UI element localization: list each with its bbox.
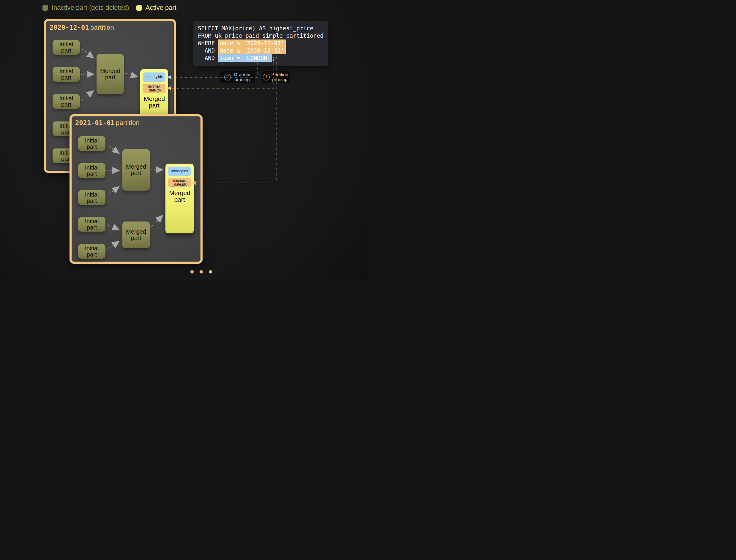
merged-part-active-label: Merged part: [165, 190, 194, 203]
minmax-date-idx-pill: minmax _date.idx: [143, 84, 165, 93]
carousel-dot-3[interactable]: [209, 270, 212, 273]
date-lte-highlight: date ≤ '2020-12-31': [218, 47, 286, 54]
primary-idx-pill: primary.idx: [168, 167, 191, 176]
sql-line-from: FROM uk_price_paid_simple_partitioned: [198, 32, 323, 39]
partition-2-title: 2021-01-01 partition: [75, 119, 140, 127]
diagram-page: Inactive part (gets deleted) Active part…: [0, 0, 368, 280]
sql-line-where: WHERE date ≥ '2020-12-01': [198, 39, 323, 47]
inactive-part-swatch: [42, 5, 48, 11]
carousel-dot-1[interactable]: [190, 270, 194, 273]
legend-inactive-label: Inactive part (gets deleted): [52, 4, 129, 12]
initial-part: Initial part: [78, 217, 105, 232]
initial-part: Initial part: [53, 40, 80, 55]
initial-part: Initial part: [78, 244, 105, 259]
minmax-date-idx-pill: minmax _date.idx: [168, 178, 191, 187]
initial-part: Initial part: [53, 67, 80, 82]
legend-inactive: Inactive part (gets deleted): [42, 4, 129, 12]
initial-part: Initial part: [53, 94, 80, 109]
partition-2021-01-01: 2021-01-01 partition Initial part Initia…: [69, 114, 202, 264]
sql-line-select: SELECT MAX(price) AS highest_price: [198, 25, 323, 32]
carousel-dot-2[interactable]: [200, 270, 203, 273]
granule-number-icon: 2: [224, 74, 231, 80]
initial-part: Initial part: [78, 190, 105, 205]
partition-pruning-label: Partition pruning: [270, 72, 289, 82]
sql-line-and-town: AND town = 'LONDON';: [198, 54, 323, 62]
merged-part-inactive: Merged part: [122, 149, 150, 191]
merged-part-inactive: Merged part: [122, 222, 150, 248]
merged-part-active: primary.idx minmax _date.idx Merged part: [140, 69, 168, 121]
active-part-swatch: [136, 5, 142, 11]
town-highlight: town = 'LONDON': [218, 54, 272, 62]
partition-1-label: partition: [90, 24, 114, 31]
partition-1-title: 2020-12-01 partition: [50, 24, 114, 31]
date-gte-highlight: date ≥ '2020-12-01': [218, 39, 286, 47]
merged-part-active-label: Merged part: [140, 96, 168, 109]
partition-2-date: 2021-01-01: [75, 119, 114, 126]
granule-pruning-label: Granule pruning: [233, 72, 251, 82]
legend-active-label: Active part: [145, 4, 176, 12]
sql-query-card: SELECT MAX(price) AS highest_price FROM …: [193, 21, 328, 66]
partition-1-date: 2020-12-01: [50, 24, 89, 31]
merged-part-active: primary.idx minmax _date.idx Merged part: [165, 164, 194, 233]
partition-pruning-badge: 1 Partition pruning: [262, 71, 289, 83]
partition-number-icon: 1: [263, 74, 270, 80]
initial-part: Initial part: [78, 163, 105, 178]
sql-line-and-date: AND date ≤ '2020-12-31': [198, 47, 323, 54]
granule-pruning-badge: 2 Granule pruning: [220, 71, 255, 83]
primary-idx-pill: primary.idx: [143, 72, 165, 82]
legend-active: Active part: [136, 4, 176, 12]
merged-part-inactive: Merged part: [96, 54, 124, 94]
initial-part: Initial part: [78, 136, 105, 151]
partition-2-label: partition: [116, 119, 140, 126]
